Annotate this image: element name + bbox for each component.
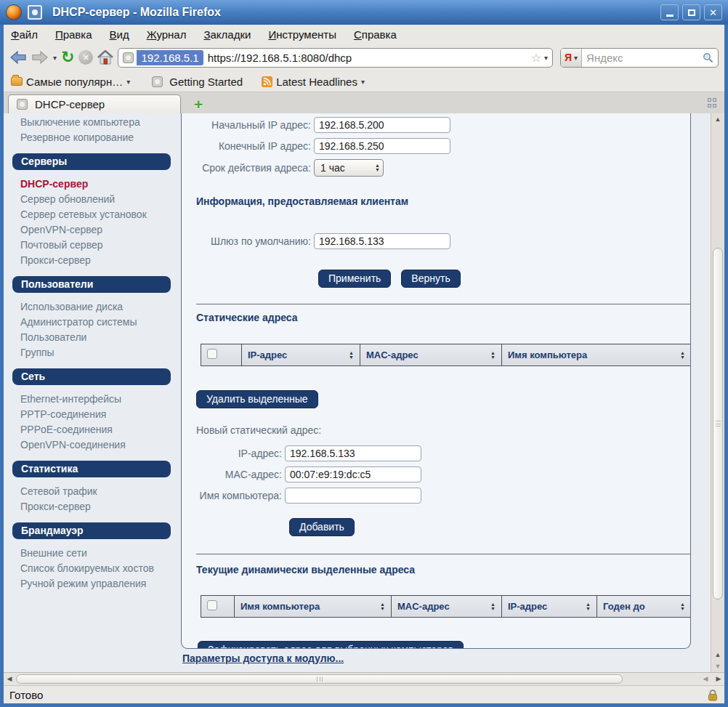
maximize-button[interactable] [682, 4, 700, 20]
horizontal-scrollbar[interactable]: ◀ ◀ ▶ [4, 672, 724, 685]
sidebar-item-shutdown[interactable]: Выключение компьютера [4, 115, 181, 130]
menu-history[interactable]: Журнал [147, 28, 187, 41]
gateway-input[interactable] [314, 233, 450, 249]
static-ip-input[interactable] [285, 445, 421, 461]
vertical-scrollbar[interactable]: ▲ ▲ ▼ [711, 113, 724, 672]
sidebar-item-users[interactable]: Пользователи [4, 330, 181, 345]
scroll-right-icon[interactable]: ▶ [713, 673, 724, 685]
identity-domain[interactable]: 192.168.5.1 [137, 50, 203, 65]
select-all-checkbox[interactable] [207, 349, 217, 359]
vertical-scrollbar-thumb[interactable] [713, 248, 723, 599]
sidebar-item-mail-server[interactable]: Почтовый сервер [4, 238, 181, 253]
forward-button[interactable] [31, 48, 49, 67]
column-header[interactable]: Имя компьютера [508, 350, 587, 360]
sidebar-item-blocked-hosts[interactable]: Список блокируемых хостов [4, 561, 181, 576]
end-ip-input[interactable] [314, 138, 450, 154]
sort-icon[interactable]: ▲▼ [380, 602, 385, 611]
content-panel: Начальный IP адрес: Конечный IP адрес: С… [181, 113, 691, 649]
sidebar-item-external-networks[interactable]: Внешние сети [4, 546, 181, 561]
static-mac-input[interactable] [285, 466, 421, 482]
url-text[interactable]: https://192.168.5.1:8080/dhcp [203, 52, 531, 64]
menu-tools[interactable]: Инструменты [268, 28, 336, 41]
bookmark-star-icon[interactable]: ☆ [531, 51, 541, 65]
back-icon [9, 50, 27, 65]
sidebar-item-pptp[interactable]: PPTP-соединения [4, 407, 181, 422]
sidebar-item-openvpn-server[interactable]: OpenVPN-сервер [4, 222, 181, 238]
menu-bookmarks[interactable]: Закладки [203, 28, 251, 41]
column-header[interactable]: Годен до [603, 601, 645, 612]
scroll-left-icon[interactable]: ◀ [4, 673, 15, 685]
history-dropdown-icon[interactable]: ▾ [53, 48, 57, 67]
sort-icon[interactable]: ▲▼ [349, 351, 354, 360]
sidebar-item-system-admin[interactable]: Администратор системы [4, 315, 181, 330]
new-tab-button[interactable]: + [194, 96, 203, 113]
module-access-link[interactable]: Параметры доступа к модулю... [182, 653, 344, 664]
bookmark-folder-most-visited[interactable]: Самые популярн… ▾ [11, 76, 130, 88]
sidebar-item-openvpn-connections[interactable]: OpenVPN-соединения [4, 437, 181, 453]
select-all-checkbox[interactable] [207, 600, 217, 610]
menubar: Файл Правка Вид Журнал Закладки Инструме… [4, 25, 724, 44]
list-all-tabs-icon[interactable] [708, 98, 717, 108]
static-hostname-input[interactable] [285, 488, 421, 504]
sidebar-item-dhcp-server[interactable]: DHCP-сервер [4, 177, 181, 192]
sidebar-item-proxy-server[interactable]: Прокси-сервер [4, 253, 181, 268]
static-mac-label: MAC-адрес: [182, 469, 285, 480]
sidebar-item-proxy-stats[interactable]: Прокси-сервер [4, 499, 181, 514]
close-button[interactable]: ✕ [704, 4, 722, 20]
sidebar-item-network-traffic[interactable]: Сетевой трафик [4, 484, 181, 499]
sidebar-item-pppoe[interactable]: PPPoE-соединения [4, 422, 181, 437]
urlbar-dropdown-icon[interactable]: ▾ [544, 54, 548, 62]
sort-icon[interactable]: ▲▼ [680, 351, 685, 360]
search-icon[interactable] [703, 52, 713, 63]
sidebar-item-manual-control[interactable]: Ручной режим управления [4, 576, 181, 591]
add-button[interactable]: Добавить [289, 518, 355, 536]
revert-button[interactable]: Вернуть [401, 270, 460, 288]
sidebar-item-disk-usage[interactable]: Использование диска [4, 299, 181, 315]
scroll-left-icon-right[interactable]: ◀ [700, 673, 711, 685]
horizontal-scrollbar-thumb[interactable] [16, 674, 623, 684]
lease-time-select[interactable]: 1 час ▲▼ [314, 159, 384, 177]
column-header[interactable]: MAC-адрес [397, 601, 450, 612]
reload-button[interactable]: ↻ [61, 48, 74, 67]
search-box[interactable]: Я ▾ [560, 48, 719, 68]
apply-button[interactable]: Применить [318, 270, 391, 288]
sort-icon[interactable]: ▲▼ [680, 602, 685, 611]
engine-dropdown-icon[interactable]: ▾ [574, 54, 578, 62]
column-header[interactable]: Имя компьютера [240, 601, 320, 612]
menu-view[interactable]: Вид [110, 28, 129, 41]
search-engine-button[interactable]: Я ▾ [561, 49, 582, 67]
scroll-down-icon[interactable]: ▼ [711, 660, 724, 672]
column-header[interactable]: IP-адрес [248, 350, 287, 360]
scroll-up-icon-bottom[interactable]: ▲ [711, 649, 724, 660]
site-identity-button[interactable]: 192.168.5.1 [120, 50, 203, 65]
titlebar[interactable]: DHCP-сервер - Mozilla Firefox ✕ [0, 0, 728, 25]
menu-help[interactable]: Справка [354, 28, 397, 41]
scroll-up-icon[interactable]: ▲ [711, 113, 724, 125]
tab-dhcp-server[interactable]: DHCP-сервер [8, 94, 181, 113]
column-header[interactable]: IP-адрес [508, 601, 547, 612]
window-menu-icon[interactable] [28, 5, 42, 20]
column-header[interactable]: MAC-адрес [366, 350, 418, 360]
bookmark-latest-headlines[interactable]: Latest Headlines ▾ [262, 76, 365, 88]
sidebar-item-backup[interactable]: Резервное копирование [4, 130, 181, 145]
delete-selected-button[interactable]: Удалить выделенные [196, 390, 318, 408]
sidebar-item-update-server[interactable]: Сервер обновлений [4, 192, 181, 207]
sort-icon[interactable]: ▲▼ [490, 602, 496, 611]
menu-file[interactable]: Файл [11, 28, 38, 41]
menu-edit[interactable]: Правка [55, 28, 92, 41]
sidebar-item-ethernet[interactable]: Ethernet-интерфейсы [4, 392, 181, 407]
sort-icon[interactable]: ▲▼ [586, 602, 591, 611]
sidebar-item-netinstall-server[interactable]: Сервер сетевых установок [4, 207, 181, 222]
search-input[interactable] [582, 52, 703, 64]
back-button[interactable] [9, 48, 27, 67]
url-bar[interactable]: 192.168.5.1 https://192.168.5.1:8080/dhc… [118, 48, 553, 68]
security-lock-icon[interactable] [707, 689, 719, 701]
stop-button[interactable]: ✕ [78, 48, 93, 67]
fix-address-button[interactable]: Зафиксировать адрес для выбранных компью… [198, 641, 464, 649]
sort-icon[interactable]: ▲▼ [490, 351, 496, 360]
home-button[interactable] [97, 48, 113, 67]
minimize-button[interactable] [660, 4, 679, 20]
start-ip-input[interactable] [314, 117, 450, 133]
bookmark-getting-started[interactable]: Getting Started [149, 76, 243, 88]
sidebar-item-groups[interactable]: Группы [4, 345, 181, 360]
